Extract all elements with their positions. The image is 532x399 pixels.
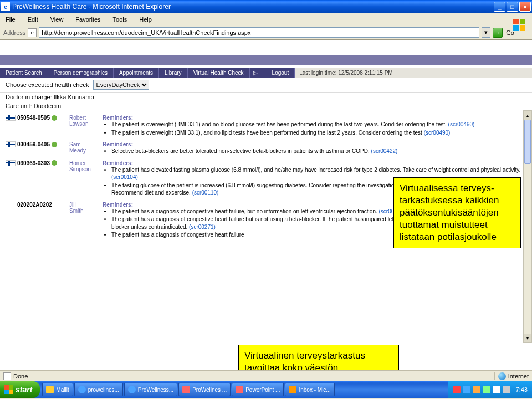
tray-icon[interactable] xyxy=(453,386,461,393)
patient-id[interactable]: 030459-0405 xyxy=(17,141,50,147)
zone-label: Internet xyxy=(508,373,529,380)
taskbar-clock: 7:43 xyxy=(516,386,528,393)
flag-icon xyxy=(6,160,16,166)
taskbar-tasks: Mallitprowellnes...ProWellness...ProWell… xyxy=(42,383,447,396)
taskbar-task[interactable]: Inbox - Mic... xyxy=(285,383,334,396)
nav-person-demographics[interactable]: Person demographics xyxy=(48,68,114,78)
nav-appointments[interactable]: Appointments xyxy=(114,68,159,78)
vertical-scrollbar[interactable]: ▴ ▾ xyxy=(523,110,532,343)
taskbar-task[interactable]: prowellnes... xyxy=(74,383,123,396)
menu-edit[interactable]: Edit xyxy=(25,15,40,24)
reminders-label: Reminders: xyxy=(103,141,522,147)
app-nav: Patient Search Person demographics Appoi… xyxy=(0,68,532,78)
maximize-button[interactable]: □ xyxy=(507,2,518,12)
tray-icon[interactable] xyxy=(473,386,480,393)
patient-name[interactable]: JillSmith xyxy=(69,202,103,214)
patient-id[interactable]: 050548-0505 xyxy=(17,115,50,121)
filter-row: Choose executed health check EveryDayChe… xyxy=(0,78,532,93)
security-zone: Internet xyxy=(494,372,529,380)
care-unit-info: Care unit: Duodecim xyxy=(0,101,532,110)
svg-rect-0 xyxy=(513,19,519,24)
menu-file[interactable]: File xyxy=(3,15,18,24)
annotation-note-1: Virtuaalisessa terveys-tarkastuksessa ka… xyxy=(393,177,521,248)
nav-virtual-health-check[interactable]: Virtual Health Check xyxy=(188,68,250,78)
task-icon xyxy=(46,386,54,393)
svg-rect-3 xyxy=(520,25,525,31)
ie-logo-icon xyxy=(509,14,530,35)
reminder-item: The patient is overweight (BMI 33.1), an… xyxy=(111,129,522,137)
health-check-select[interactable]: EveryDayCheck xyxy=(93,80,149,90)
patient-row: 050548-0505RobertLawsonReminders:The pat… xyxy=(6,112,522,139)
patient-id[interactable]: 030369-0303 xyxy=(17,160,50,166)
taskbar-task[interactable]: ProWellness... xyxy=(124,383,177,396)
taskbar-task[interactable]: ProWellnes ... xyxy=(178,383,231,396)
flag-icon xyxy=(6,115,16,121)
menu-favorites[interactable]: Favorites xyxy=(73,15,103,24)
window-title: ProWellness Health Care - Microsoft Inte… xyxy=(12,3,494,11)
nav-library[interactable]: Library xyxy=(159,68,188,78)
task-icon xyxy=(182,386,190,393)
task-icon xyxy=(128,386,136,393)
taskbar-task[interactable]: Mallit xyxy=(42,383,73,396)
reminder-item: Selective beta-blockers are better toler… xyxy=(111,147,522,155)
task-icon xyxy=(289,386,296,393)
address-bar: Address e http://demo.prowellness.com/du… xyxy=(0,25,532,40)
patient-name[interactable]: HomerSimpson xyxy=(69,160,103,172)
task-icon xyxy=(236,386,243,393)
menu-bar: File Edit View Favorites Tools Help xyxy=(0,13,532,25)
reminders-label: Reminders: xyxy=(103,160,522,166)
address-label: Address xyxy=(3,29,25,36)
menu-help[interactable]: Help xyxy=(137,15,154,24)
last-login-text: Last login time: 12/5/2008 2:11:15 PM xyxy=(295,68,532,78)
patient-row: 030459-0405SamMeadyReminders:Selective b… xyxy=(6,139,522,158)
status-dot-icon xyxy=(52,160,57,166)
address-input[interactable]: http://demo.prowellness.com/duodecim_UK/… xyxy=(39,27,479,38)
scroll-down-icon[interactable]: ▾ xyxy=(524,334,531,342)
scroll-up-icon[interactable]: ▴ xyxy=(524,111,531,120)
start-button[interactable]: start xyxy=(0,381,40,398)
window-titlebar: e ProWellness Health Care - Microsoft In… xyxy=(0,0,532,13)
scroll-thumb[interactable] xyxy=(524,120,531,164)
menu-tools[interactable]: Tools xyxy=(111,15,130,24)
doctor-info: Doctor in charge: Ilkka Kunnamo xyxy=(0,93,532,101)
taskbar-task[interactable]: PowerPoint ... xyxy=(232,383,284,396)
status-text: Done xyxy=(13,373,28,380)
svg-rect-1 xyxy=(520,19,525,24)
close-button[interactable]: × xyxy=(519,2,531,12)
tray-icon[interactable] xyxy=(493,386,500,393)
menu-view[interactable]: View xyxy=(48,15,66,24)
nav-patient-search[interactable]: Patient Search xyxy=(0,68,48,78)
task-icon xyxy=(78,386,86,393)
address-dropdown-icon[interactable]: ▾ xyxy=(482,27,490,38)
filter-label: Choose executed health check xyxy=(6,81,89,88)
minimize-button[interactable]: _ xyxy=(494,2,505,12)
status-bar: Done Internet xyxy=(0,370,532,381)
reminder-item: The patient is overweight (BMI 33.1) and… xyxy=(111,121,522,129)
page-icon: e xyxy=(28,28,37,37)
patient-id[interactable]: 020202A0202 xyxy=(17,202,52,208)
page-content: Patient Search Person demographics Appoi… xyxy=(0,40,532,370)
svg-rect-2 xyxy=(513,25,519,31)
go-button[interactable]: → xyxy=(493,28,503,38)
globe-icon xyxy=(498,372,506,380)
nav-arrow-icon[interactable]: ▷ xyxy=(250,70,261,76)
tray-icon[interactable] xyxy=(463,386,470,393)
tray-icon[interactable] xyxy=(503,386,510,393)
app-icon: e xyxy=(1,2,10,11)
status-dot-icon xyxy=(52,142,57,147)
nav-logout[interactable]: Logout xyxy=(267,68,295,78)
reminders-label: Reminders: xyxy=(103,115,522,121)
patient-name[interactable]: RobertLawson xyxy=(69,115,103,127)
status-page-icon xyxy=(3,372,11,380)
patient-name[interactable]: SamMeady xyxy=(69,141,103,154)
windows-logo-icon xyxy=(4,385,13,394)
annotation-note-2: Virtuaalinen terveystarkastus tavoittaa … xyxy=(238,345,399,370)
flag-icon xyxy=(6,141,16,147)
taskbar: start Mallitprowellnes...ProWellness...P… xyxy=(0,381,532,398)
status-dot-icon xyxy=(52,115,57,121)
system-tray: 7:43 xyxy=(448,381,532,398)
tray-icon[interactable] xyxy=(483,386,490,393)
